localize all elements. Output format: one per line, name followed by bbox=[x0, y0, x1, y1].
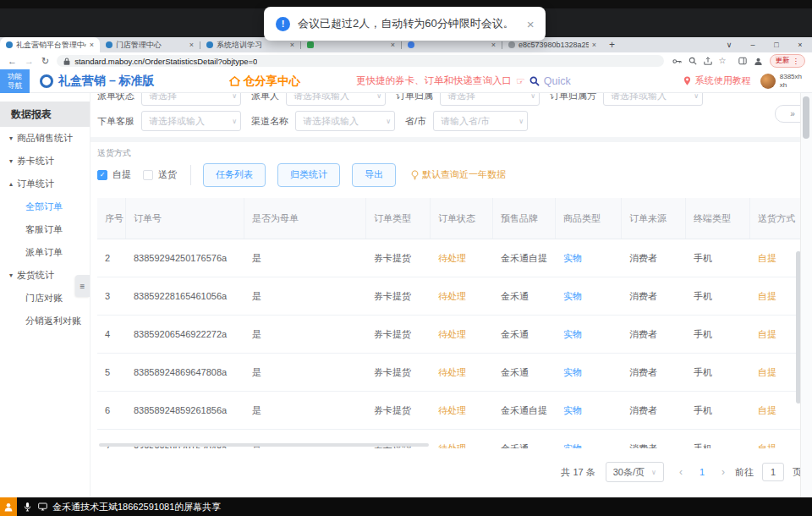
button-任务列表[interactable]: 任务列表 bbox=[203, 163, 266, 187]
button-归类统计[interactable]: 归类统计 bbox=[277, 163, 340, 187]
sidebar-item-全部订单[interactable]: 全部订单 bbox=[0, 195, 90, 218]
cell-送货方式: 自提 bbox=[750, 252, 802, 265]
filter-label: 订单归属 bbox=[396, 93, 433, 102]
filter-label: 派单人 bbox=[251, 93, 279, 102]
filter-select: ∨ bbox=[141, 111, 241, 131]
cell-商品类型[interactable]: 实物 bbox=[556, 404, 622, 417]
checkbox-box[interactable]: ✓ bbox=[97, 170, 107, 180]
address-bar[interactable]: standard.maboy.cn/OrderStatisticsDetail?… bbox=[57, 55, 663, 67]
filter-input[interactable] bbox=[433, 111, 528, 131]
filter-input[interactable] bbox=[141, 93, 241, 106]
cell-终端类型: 手机 bbox=[686, 404, 750, 417]
more-menu-icon[interactable]: ⋮ bbox=[793, 57, 800, 65]
cell-终端类型: 手机 bbox=[686, 442, 750, 449]
sidebar-item-券卡统计[interactable]: ▾券卡统计 bbox=[0, 150, 90, 173]
cell-序号: 5 bbox=[97, 367, 126, 377]
sidebar-item-label: 商品销售统计 bbox=[17, 132, 73, 145]
page-scrollbar-thumb[interactable] bbox=[803, 96, 809, 139]
password-key-icon[interactable] bbox=[672, 58, 682, 64]
tab-close-icon[interactable]: × bbox=[290, 41, 294, 49]
cell-商品类型[interactable]: 实物 bbox=[556, 442, 622, 449]
filter-select: ∨ bbox=[603, 93, 703, 106]
sidebar-collapse-handle[interactable]: ≡ bbox=[75, 275, 90, 297]
sidebar-item-派单订单[interactable]: 派单订单 bbox=[0, 241, 90, 264]
browser-update-button[interactable]: 更新 ⋮ bbox=[770, 54, 806, 68]
filter-select: ∨ bbox=[141, 93, 241, 106]
next-page-button[interactable]: › bbox=[721, 466, 725, 478]
browser-tab[interactable]: 门店管理中心× bbox=[100, 37, 200, 52]
quick-entry[interactable]: 更快捷的券卡、订单和快递查询入口 ☞ Quick bbox=[356, 74, 571, 87]
window-maximize-icon[interactable]: □ bbox=[765, 41, 788, 49]
sidebar-item-订单统计[interactable]: ▴订单统计 bbox=[0, 173, 90, 195]
presenter-avatar-icon bbox=[0, 497, 17, 516]
filter-input[interactable] bbox=[295, 111, 395, 131]
function-nav-button[interactable]: 功能 导航 bbox=[0, 69, 30, 93]
window-close-icon[interactable]: × bbox=[788, 41, 812, 49]
page-size-select[interactable]: 30条/页 ∨ bbox=[606, 462, 664, 482]
sidebar-item-客服订单[interactable]: 客服订单 bbox=[0, 218, 90, 241]
sidepanel-icon[interactable] bbox=[738, 57, 747, 65]
new-tab-button[interactable]: + bbox=[609, 40, 615, 50]
tab-close-icon[interactable]: × bbox=[592, 41, 596, 49]
column-header-订单类型: 订单类型 bbox=[366, 198, 431, 239]
window-minimize-icon[interactable]: – bbox=[741, 41, 765, 49]
column-header-送货方式: 送货方式 bbox=[750, 198, 802, 239]
filter-input[interactable] bbox=[141, 111, 241, 131]
cell-订单号: 83858924869647808a bbox=[126, 367, 244, 377]
filter-input[interactable] bbox=[603, 93, 703, 106]
tutorial-link[interactable]: 系统使用教程 bbox=[695, 74, 751, 87]
reload-icon[interactable]: ↻ bbox=[41, 57, 49, 66]
query-hint: 默认查询近一年数据 bbox=[411, 168, 506, 181]
goto-page-input[interactable] bbox=[762, 463, 784, 481]
prev-page-button[interactable]: ‹ bbox=[679, 466, 683, 478]
cell-终端类型: 手机 bbox=[686, 366, 750, 379]
tab-close-icon[interactable]: × bbox=[491, 41, 496, 49]
toast-close-icon[interactable]: × bbox=[527, 18, 535, 30]
filter-input[interactable] bbox=[286, 93, 386, 106]
chevron-down-icon: ∨ bbox=[651, 469, 656, 476]
checkbox-自提[interactable]: ✓自提 bbox=[97, 168, 131, 181]
sidebar-item-商品销售统计[interactable]: ▾商品销售统计 bbox=[0, 127, 90, 150]
horizontal-scrollbar[interactable] bbox=[99, 443, 429, 447]
tab-close-icon[interactable]: × bbox=[391, 41, 395, 49]
button-导出[interactable]: 导出 bbox=[352, 163, 396, 187]
current-page[interactable]: 1 bbox=[700, 467, 705, 477]
cell-是否为母单: 是 bbox=[244, 252, 366, 265]
back-icon[interactable]: ← bbox=[8, 57, 17, 66]
tab-close-icon[interactable]: × bbox=[189, 41, 194, 49]
filter-input[interactable] bbox=[440, 93, 540, 106]
location-pin-icon bbox=[683, 76, 691, 85]
checkbox-box[interactable] bbox=[143, 170, 153, 180]
user-avatar[interactable] bbox=[760, 74, 776, 89]
filter-select: ∨ bbox=[433, 111, 528, 131]
cell-商品类型[interactable]: 实物 bbox=[556, 290, 622, 303]
filter-label: 订单归属方 bbox=[550, 93, 596, 102]
forward-icon[interactable]: → bbox=[25, 57, 34, 66]
cell-商品类型[interactable]: 实物 bbox=[556, 252, 622, 265]
cell-序号: 6 bbox=[97, 405, 126, 415]
share-center-link[interactable]: 仓分享中心 bbox=[229, 74, 301, 89]
sidebar-item-分销返利对账[interactable]: 分销返利对账 bbox=[0, 310, 90, 332]
cell-预售品牌: 金禾通自提 bbox=[493, 252, 556, 265]
header-right: 系统使用教程 8385xh xh bbox=[683, 73, 812, 89]
filter-row-2: 下单客服∨渠道名称∨省/市∨ bbox=[97, 109, 802, 133]
app-header: 功能 导航 礼盒营销 – 标准版 仓分享中心 更快捷的券卡、订单和快递查询入口 … bbox=[0, 69, 812, 93]
share-icon[interactable] bbox=[704, 57, 712, 65]
filter-field-省/市: 省/市∨ bbox=[405, 111, 528, 131]
cell-商品类型[interactable]: 实物 bbox=[556, 366, 622, 379]
bookmark-star-icon[interactable]: ☆ bbox=[719, 57, 727, 65]
main-area: 数据报表 ▾商品销售统计▾券卡统计▴订单统计全部订单客服订单派单订单▾发货统计门… bbox=[0, 93, 812, 497]
cell-商品类型[interactable]: 实物 bbox=[556, 328, 622, 341]
sidebar-item-label: 派单订单 bbox=[25, 246, 63, 259]
table-row: 383859228165461056a是券卡提货待处理金禾通实物消费者手机自提 bbox=[97, 277, 802, 316]
checkbox-送货[interactable]: 送货 bbox=[143, 168, 177, 181]
profile-icon[interactable] bbox=[754, 57, 763, 66]
update-label: 更新 bbox=[776, 56, 790, 66]
zoom-icon[interactable] bbox=[689, 57, 697, 65]
cell-是否为母单: 是 bbox=[244, 404, 366, 417]
cell-订单状态: 待处理 bbox=[431, 442, 493, 449]
window-menu-icon[interactable]: ∨ bbox=[717, 41, 741, 49]
user-name[interactable]: 8385xh xh bbox=[780, 73, 802, 89]
browser-tab[interactable]: 礼盒营销平台管理中心× bbox=[0, 37, 100, 52]
tab-close-icon[interactable]: × bbox=[90, 41, 94, 49]
